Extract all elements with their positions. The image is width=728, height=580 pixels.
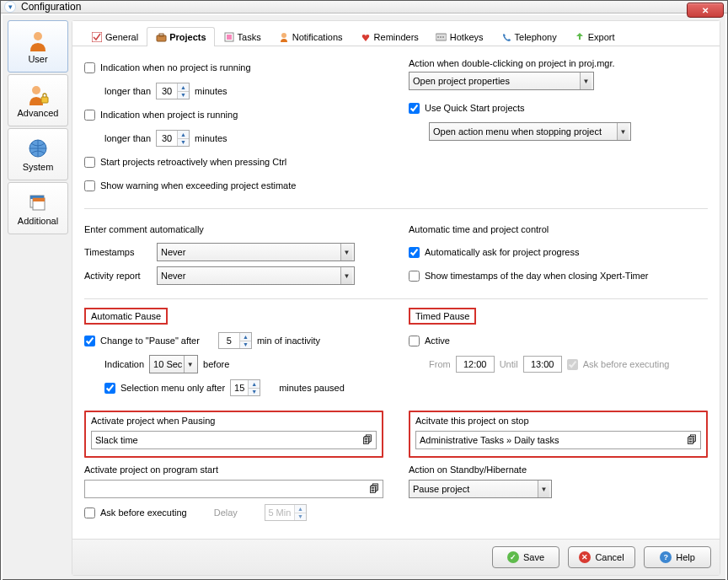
tab-telephony[interactable]: Telephony: [492, 27, 565, 46]
use-quick-checkbox[interactable]: [409, 103, 420, 114]
action-standby-combo[interactable]: Pause project ▼: [409, 480, 552, 498]
no-run-duration-spinner[interactable]: ▲▼: [156, 83, 190, 99]
tab-hotkeys[interactable]: Hotkeys: [427, 27, 492, 46]
selection-menu-spinner[interactable]: ▲▼: [230, 379, 260, 396]
tab-notifications[interactable]: Notifications: [270, 27, 351, 46]
timestamps-combo[interactable]: Never ▼: [157, 243, 355, 261]
tab-label: Notifications: [292, 32, 343, 42]
sidebar: User Advanced System Additional: [8, 20, 68, 576]
tab-export[interactable]: Export: [565, 27, 624, 46]
auto-ask-checkbox[interactable]: [409, 247, 420, 258]
svg-point-12: [281, 33, 286, 38]
field-value: Administrative Tasks » Daily tasks: [420, 435, 559, 445]
tab-label: Tasks: [238, 32, 261, 42]
action-dblclick-label: Action when double-clicking on project i…: [409, 58, 708, 68]
tab-general[interactable]: General: [83, 27, 147, 46]
run-duration-spinner[interactable]: ▲▼: [156, 130, 190, 147]
activate-pausing-field[interactable]: Slack time 🗐: [91, 431, 377, 449]
activate-pausing-group: Activate project when Pausing Slack time…: [84, 411, 383, 458]
selection-menu-input[interactable]: [231, 380, 248, 395]
tab-projects[interactable]: Projects: [147, 27, 214, 46]
globe-icon: [26, 137, 50, 160]
activity-combo[interactable]: Never ▼: [157, 266, 355, 285]
tab-reminders[interactable]: Reminders: [351, 27, 427, 46]
spin-down-icon[interactable]: ▼: [178, 139, 189, 147]
show-warning-checkbox[interactable]: [84, 180, 95, 191]
indication-label: Indication: [104, 359, 144, 369]
footer: ✓ Save ✕ Cancel ? Help: [72, 539, 720, 575]
check-icon: ✓: [507, 551, 519, 563]
spin-up-icon[interactable]: ▲: [178, 131, 189, 139]
browse-icon[interactable]: 🗐: [687, 434, 697, 446]
delay-label: Delay: [214, 508, 238, 518]
tasks-icon: [223, 31, 235, 43]
timed-active-checkbox[interactable]: [409, 336, 420, 346]
activate-pausing-label: Activate project when Pausing: [91, 416, 377, 426]
help-icon: ?: [660, 551, 672, 563]
tab-label: General: [105, 32, 138, 42]
indication-combo[interactable]: 10 Sec ▼: [149, 355, 198, 373]
browse-icon[interactable]: 🗐: [362, 434, 372, 446]
phone-icon: [500, 31, 512, 43]
action-dblclick-combo[interactable]: Open project properties ▼: [409, 72, 594, 90]
spin-down-icon[interactable]: ▼: [240, 341, 251, 349]
pause-minutes-input[interactable]: [219, 333, 239, 348]
no-run-duration-input[interactable]: [157, 83, 177, 99]
user-icon: [278, 31, 290, 43]
start-retro-checkbox[interactable]: [84, 157, 95, 168]
browse-icon[interactable]: 🗐: [369, 483, 379, 495]
combo-value: 10 Sec: [153, 359, 182, 369]
change-to-pause-label: Change to "Pause" after: [100, 336, 200, 346]
pause-minutes-spinner[interactable]: ▲▼: [218, 332, 252, 349]
until-label: Until: [500, 359, 518, 369]
run-duration-input[interactable]: [157, 131, 177, 146]
sidebar-item-user[interactable]: User: [8, 20, 68, 72]
chevron-down-icon: ▼: [580, 72, 592, 89]
until-time-input[interactable]: [523, 356, 562, 373]
sidebar-item-system[interactable]: System: [8, 128, 68, 180]
spin-down-icon: ▼: [295, 513, 306, 521]
chevron-down-icon: ▼: [617, 123, 629, 140]
spin-up-icon[interactable]: ▲: [178, 83, 189, 92]
close-button[interactable]: ✕: [687, 3, 724, 18]
activate-stop-field[interactable]: Administrative Tasks » Daily tasks 🗐: [415, 431, 701, 449]
minutes-label: minutes: [195, 133, 228, 143]
sidebar-item-advanced[interactable]: Advanced: [8, 74, 68, 126]
chevron-down-icon: ▼: [538, 481, 549, 497]
tab-tasks[interactable]: Tasks: [215, 27, 270, 46]
minutes-paused-label: minutes paused: [279, 383, 345, 393]
activate-start-field[interactable]: 🗐: [84, 480, 383, 498]
change-to-pause-checkbox[interactable]: [84, 336, 95, 346]
help-button[interactable]: ? Help: [644, 546, 711, 568]
chevron-down-icon: ▼: [184, 356, 195, 373]
svg-point-0: [34, 32, 42, 40]
spin-down-icon[interactable]: ▼: [249, 389, 260, 396]
activate-start-label: Activate project on program start: [84, 465, 383, 475]
svg-point-16: [442, 36, 444, 38]
indication-running-checkbox[interactable]: [84, 110, 95, 121]
user-lock-icon: [26, 83, 50, 106]
tab-label: Export: [588, 32, 615, 42]
show-ts-close-checkbox[interactable]: [409, 271, 420, 282]
start-ask-before-checkbox[interactable]: [84, 508, 95, 518]
selection-menu-checkbox[interactable]: [104, 383, 115, 394]
chevron-down-icon[interactable]: ▾: [4, 1, 16, 13]
export-icon: [574, 31, 586, 43]
svg-rect-2: [41, 97, 48, 103]
from-time-input[interactable]: [456, 356, 495, 373]
spin-up-icon[interactable]: ▲: [249, 380, 260, 389]
save-button[interactable]: ✓ Save: [492, 546, 559, 568]
longer-than-label: longer than: [104, 133, 151, 143]
sidebar-item-label: Advanced: [18, 108, 59, 118]
chevron-down-icon: ▼: [340, 267, 352, 284]
sidebar-item-additional[interactable]: Additional: [8, 182, 68, 234]
action-standby-label: Action on Standby/Hibernate: [409, 465, 708, 475]
indication-no-running-checkbox[interactable]: [84, 62, 95, 73]
quick-action-combo[interactable]: Open action menu when stopping project ▼: [429, 122, 631, 141]
keyboard-icon: [436, 31, 447, 43]
activate-stop-label: Acitvate this project on stop: [415, 416, 701, 426]
cancel-button[interactable]: ✕ Cancel: [568, 546, 635, 568]
spin-down-icon[interactable]: ▼: [178, 92, 189, 99]
spin-up-icon[interactable]: ▲: [240, 333, 251, 341]
indication-no-running-label: Indication when no project is running: [100, 62, 251, 72]
